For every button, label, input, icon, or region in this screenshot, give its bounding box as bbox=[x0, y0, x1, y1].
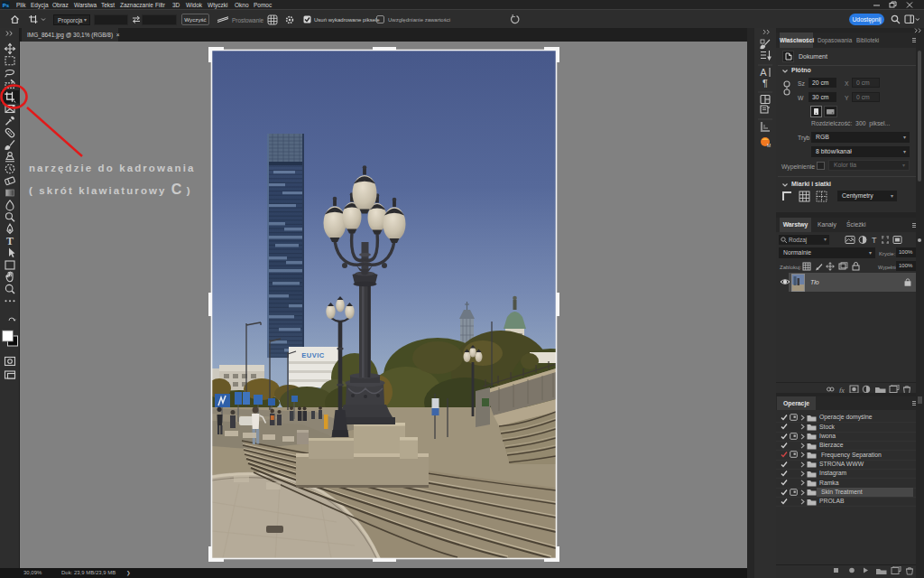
svg-text:A: A bbox=[760, 67, 767, 78]
svg-text:T: T bbox=[6, 235, 14, 247]
svg-text:T: T bbox=[872, 236, 877, 245]
svg-text:Ps: Ps bbox=[3, 3, 10, 8]
svg-text:M: M bbox=[767, 143, 771, 148]
svg-text:¶: ¶ bbox=[762, 78, 768, 89]
